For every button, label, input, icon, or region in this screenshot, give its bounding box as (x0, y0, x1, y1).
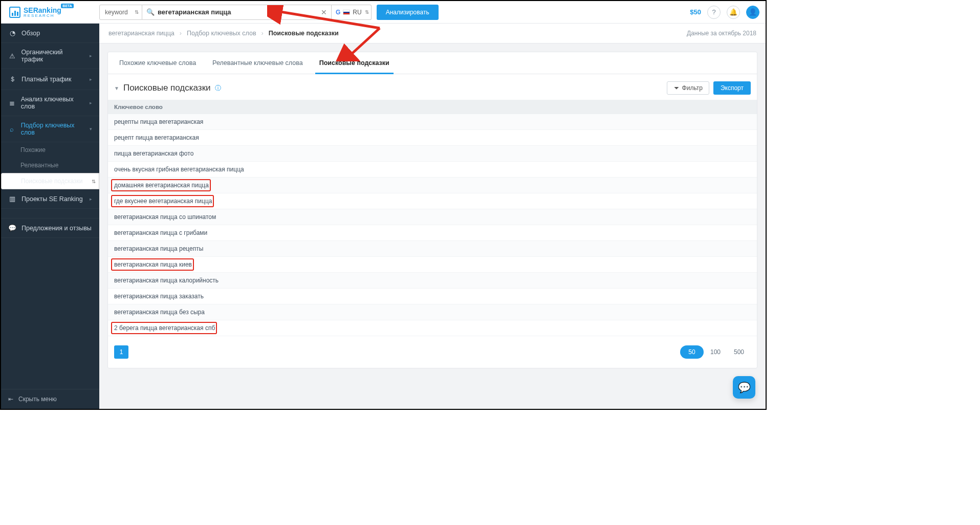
crumb-section[interactable]: Подбор ключевых слов (187, 30, 256, 37)
clear-icon[interactable]: ✕ (317, 8, 331, 16)
sidebar-sub-similar[interactable]: Похожие (1, 142, 99, 158)
help-icon[interactable]: ? (707, 6, 721, 19)
keyword-text: рецепты пицца вегетарианская (114, 118, 203, 125)
grid-icon: ▥ (8, 195, 16, 203)
chevron-down-icon: ▾ (90, 126, 92, 132)
tabs: Похожие ключевые слова Релевантные ключе… (108, 52, 757, 74)
sidebar-sub-suggestions[interactable]: Поисковые подсказки (1, 173, 99, 189)
export-button[interactable]: Экспорт (713, 81, 751, 95)
section-title: Поисковые подсказки (123, 83, 211, 93)
keyword-text: где вкуснее вегетарианская пицца (114, 198, 212, 205)
table-row[interactable]: рецепты пицца вегетарианская (108, 114, 757, 130)
brand-text: SERanking BETA RESEARCH (24, 7, 61, 18)
table-row[interactable]: домашняя вегетарианская пицца (108, 178, 757, 193)
flag-ru-icon (343, 10, 350, 15)
sidebar-sub-relevant[interactable]: Релевантные (1, 158, 99, 173)
keyword-text: вегетарианская пицца со шпинатом (114, 213, 216, 221)
table-row[interactable]: где вкуснее вегетарианская пицца (108, 193, 757, 209)
keyword-text: вегетарианская пицца без сыра (114, 309, 205, 316)
chat-widget[interactable]: 💬 (733, 376, 755, 399)
keyword-text: вегетарианская пицца рецепты (114, 245, 203, 252)
sidebar-item-feedback[interactable]: 💬Предложения и отзывы (1, 218, 99, 238)
search-input-wrap: 🔍 ✕ (142, 5, 332, 20)
search-type-select[interactable]: keyword (99, 5, 142, 20)
search-icon: 🔍 (142, 8, 158, 16)
locale-code: RU (353, 9, 361, 16)
pager: 1 50 100 500 (108, 336, 757, 368)
table-row[interactable]: пицца вегетарианская фото (108, 146, 757, 162)
main: вегетарианская пицца › Подбор ключевых с… (99, 24, 766, 409)
table-row[interactable]: вегетарианская пицца рецепты (108, 241, 757, 257)
table-header-keyword[interactable]: Ключевое слово (108, 100, 757, 114)
page-1[interactable]: 1 (114, 345, 128, 359)
size-50[interactable]: 50 (680, 345, 704, 359)
table-row[interactable]: вегетарианская пицца заказать (108, 289, 757, 304)
balance[interactable]: $50 (690, 8, 701, 16)
sidebar-item-suggest[interactable]: ⌕Подбор ключевых слов▾ (1, 116, 99, 142)
google-icon: G (336, 9, 340, 16)
tab-similar[interactable]: Похожие ключевые слова (111, 52, 204, 74)
keyword-text: вегетарианская пицца с грибами (114, 229, 207, 236)
table-row[interactable]: вегетарианская пицца со шпинатом (108, 209, 757, 225)
data-date: Данные за октябрь 2018 (687, 30, 756, 37)
keyword-text: 2 берега пицца вегетарианская спб (114, 324, 215, 332)
locale-select[interactable]: G RU (332, 5, 372, 20)
sidebar: ◔Обзор ⚠Органический трафик▸ ＄Платный тр… (1, 24, 99, 409)
top-bar: SERanking BETA RESEARCH keyword 🔍 ✕ G RU… (1, 1, 766, 24)
content-card: Похожие ключевые слова Релевантные ключе… (107, 52, 757, 368)
chevron-right-icon: ▸ (90, 100, 92, 105)
keyword-text: рецепт пицца вегетарианская (114, 134, 199, 141)
collapse-toggle-icon[interactable]: ▼ (114, 85, 119, 91)
search-group: keyword 🔍 ✕ G RU (99, 5, 372, 20)
dollar-icon: ＄ (8, 75, 16, 84)
sidebar-nav: ◔Обзор ⚠Органический трафик▸ ＄Платный тр… (1, 24, 99, 389)
tab-relevant[interactable]: Релевантные ключевые слова (204, 52, 311, 74)
size-500[interactable]: 500 (727, 345, 751, 359)
search-input[interactable] (158, 5, 317, 19)
crumb-query[interactable]: вегетарианская пицца (108, 30, 175, 37)
keyword-text: вегетарианская пицца киев (114, 261, 192, 268)
list-icon: ≣ (8, 99, 16, 107)
keyword-text: очень вкусная грибная вегетарианская пиц… (114, 166, 244, 173)
sidebar-collapse[interactable]: ⇤Скрыть меню (1, 389, 99, 409)
section-header: ▼ Поисковые подсказки ⓘ ⏷Фильтр Экспорт (108, 74, 757, 100)
chevron-right-icon: › (256, 30, 269, 37)
sidebar-item-overview[interactable]: ◔Обзор (1, 24, 99, 43)
bell-icon[interactable]: 🔔 (727, 6, 740, 19)
brand-logo[interactable]: SERanking BETA RESEARCH (1, 7, 99, 18)
chat-bubble-icon: 💬 (738, 381, 751, 393)
filter-button[interactable]: ⏷Фильтр (667, 81, 709, 95)
table-body: рецепты пицца вегетарианскаярецепт пицца… (108, 114, 757, 336)
chevron-right-icon: › (175, 30, 187, 37)
table-row[interactable]: вегетарианская пицца калорийность (108, 273, 757, 289)
table-row[interactable]: 2 берега пицца вегетарианская спб (108, 320, 757, 336)
keyword-text: вегетарианская пицца заказать (114, 293, 204, 300)
chevron-right-icon: ▸ (90, 53, 92, 58)
table-row[interactable]: вегетарианская пицца с грибами (108, 225, 757, 241)
sidebar-item-organic[interactable]: ⚠Органический трафик▸ (1, 43, 99, 69)
collapse-icon: ⇤ (8, 396, 13, 403)
tab-suggestions[interactable]: Поисковые подсказки (311, 52, 398, 74)
funnel-icon: ⏷ (673, 84, 680, 92)
sidebar-item-paid[interactable]: ＄Платный трафик▸ (1, 69, 99, 90)
info-icon[interactable]: ⓘ (215, 84, 221, 93)
chevron-right-icon: ▸ (90, 196, 92, 202)
top-right: $50 ? 🔔 👤 (690, 6, 759, 19)
table-row[interactable]: рецепт пицца вегетарианская (108, 130, 757, 146)
keyword-text: домашняя вегетарианская пицца (114, 182, 209, 189)
chevron-right-icon: ▸ (90, 77, 92, 82)
table-row[interactable]: вегетарианская пицца без сыра (108, 304, 757, 320)
breadcrumb: вегетарианская пицца › Подбор ключевых с… (99, 24, 766, 43)
table-row[interactable]: очень вкусная грибная вегетарианская пиц… (108, 162, 757, 178)
size-100[interactable]: 100 (704, 345, 727, 359)
sidebar-item-projects[interactable]: ▥Проекты SE Ranking▸ (1, 189, 99, 209)
search-list-icon: ⌕ (8, 125, 16, 133)
page-size: 50 100 500 (680, 345, 751, 359)
crumb-current: Поисковые подсказки (269, 30, 339, 37)
sidebar-item-analysis[interactable]: ≣Анализ ключевых слов▸ (1, 90, 99, 116)
user-icon[interactable]: 👤 (746, 6, 759, 19)
gauge-icon: ◔ (8, 29, 16, 37)
keyword-text: вегетарианская пицца калорийность (114, 277, 219, 284)
table-row[interactable]: вегетарианская пицца киев (108, 257, 757, 273)
analyze-button[interactable]: Анализировать (377, 5, 439, 20)
